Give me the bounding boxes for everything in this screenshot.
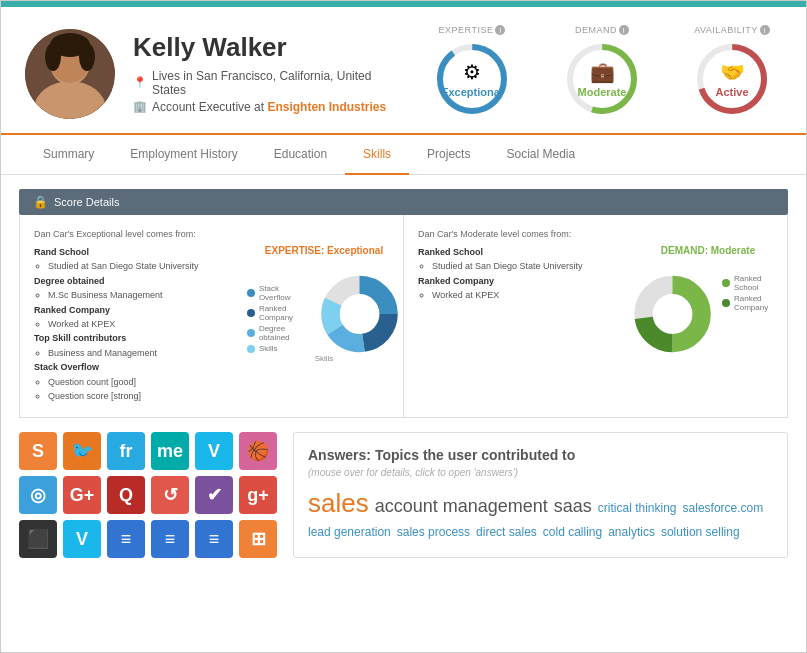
topic-salesforce.com[interactable]: salesforce.com <box>683 501 764 515</box>
score-demand: DEMAND i 💼 Moderate <box>552 25 652 123</box>
social-icon-twitter[interactable]: 🐦 <box>63 432 101 470</box>
tab-education[interactable]: Education <box>256 135 345 175</box>
topic-solution-selling[interactable]: solution selling <box>661 525 740 539</box>
social-grid: S🐦frmeV🏀◎G+Q↺✔g+⬛V≡≡≡⊞ <box>19 432 277 558</box>
score-availability: AVAILABILITY i 🤝 Active <box>682 25 782 123</box>
score-label-demand: DEMAND i <box>552 25 652 35</box>
score-circle-availability: 🤝 Active <box>692 39 772 119</box>
social-icon-delicious[interactable]: ≡ <box>107 520 145 558</box>
social-icon-freelancer[interactable]: fr <box>107 432 145 470</box>
topic-lead-generation[interactable]: lead generation <box>308 525 391 539</box>
legend-label: Ranked Company <box>734 294 785 312</box>
social-icon-google-plus[interactable]: G+ <box>63 476 101 514</box>
expertise-desc: Rand SchoolStudied at San Diego State Un… <box>34 245 249 403</box>
expertise-list: Question count [good]Question score [str… <box>34 375 249 404</box>
demand-legend-item: Ranked Company <box>722 294 785 312</box>
location-text: Lives in San Francisco, California, Unit… <box>152 69 402 97</box>
social-icon-overflow[interactable]: ⊞ <box>239 520 277 558</box>
expertise-donut <box>318 264 401 364</box>
social-icon-google-plus2[interactable]: g+ <box>239 476 277 514</box>
svg-point-6 <box>79 43 95 71</box>
profile-job: 🏢 Account Executive at Ensighten Industr… <box>133 100 402 114</box>
social-icon-delicious3[interactable]: ≡ <box>195 520 233 558</box>
profile-location: 📍 Lives in San Francisco, California, Un… <box>133 69 402 97</box>
expertise-item: Business and Management <box>48 346 249 360</box>
svg-point-18 <box>345 299 375 329</box>
answers-subtitle: (mouse over for details, click to open '… <box>308 467 773 478</box>
social-icon-about-me[interactable]: me <box>151 432 189 470</box>
demand-donut <box>631 264 714 364</box>
page-container: Kelly Walker 📍 Lives in San Francisco, C… <box>0 0 807 653</box>
demand-category: Ranked School <box>418 247 483 257</box>
demand-cols: Ranked SchoolStudied at San Diego State … <box>418 245 773 364</box>
social-icon-vimeo2[interactable]: V <box>63 520 101 558</box>
legend-dot <box>247 345 255 353</box>
scores-section: EXPERTISE i ⚙ Exceptional DEMAND i <box>402 25 782 123</box>
tab-skills[interactable]: Skills <box>345 135 409 175</box>
social-icon-stackoverflow[interactable]: S <box>19 432 57 470</box>
topic-sales[interactable]: sales <box>308 488 369 519</box>
topic-account-management[interactable]: account management <box>375 496 548 517</box>
tab-summary[interactable]: Summary <box>25 135 112 175</box>
answers-title: Answers: Topics the user contributed to <box>308 447 773 463</box>
legend-dot <box>247 329 255 337</box>
expertise-list: Studied at San Diego State University <box>34 259 249 273</box>
svg-point-5 <box>45 43 61 71</box>
profile-info: Kelly Walker 📍 Lives in San Francisco, C… <box>133 32 402 117</box>
social-icon-livejournal[interactable]: ◎ <box>19 476 57 514</box>
nav-tabs: SummaryEmployment HistoryEducationSkills… <box>1 135 806 175</box>
social-icon-vimeo[interactable]: V <box>195 432 233 470</box>
expertise-category: Top Skill contributors <box>34 333 126 343</box>
demand-item: Studied at San Diego State University <box>432 259 633 273</box>
social-icon-viber[interactable]: ✔ <box>195 476 233 514</box>
expertise-legend: Stack OverflowRanked CompanyDegree obtai… <box>247 284 310 353</box>
legend-label: Degree obtained <box>259 324 310 342</box>
svg-point-22 <box>657 299 687 329</box>
info-icon-demand[interactable]: i <box>619 25 629 35</box>
topic-critical-thinking[interactable]: critical thinking <box>598 501 677 515</box>
score-circle-demand: 💼 Moderate <box>562 39 642 119</box>
topic-saas[interactable]: saas <box>554 496 592 517</box>
demand-item: Worked at KPEX <box>432 288 633 302</box>
tab-projects[interactable]: Projects <box>409 135 488 175</box>
info-icon-expertise[interactable]: i <box>495 25 505 35</box>
legend-dot <box>722 299 730 307</box>
score-icon-availability: 🤝 <box>720 60 745 84</box>
score-label-expertise: EXPERTISE i <box>422 25 522 35</box>
info-icon-availability[interactable]: i <box>760 25 770 35</box>
demand-category: Ranked Company <box>418 276 494 286</box>
social-icon-dribbble[interactable]: 🏀 <box>239 432 277 470</box>
profile-name: Kelly Walker <box>133 32 402 63</box>
topic-analytics[interactable]: analytics <box>608 525 655 539</box>
tab-social-media[interactable]: Social Media <box>488 135 593 175</box>
topic-sales-process[interactable]: sales process <box>397 525 470 539</box>
expertise-legend-item: Ranked Company <box>247 304 310 322</box>
legend-label: Ranked Company <box>259 304 310 322</box>
job-title: Account Executive <box>152 100 251 114</box>
expertise-legend-item: Degree obtained <box>247 324 310 342</box>
demand-list: Studied at San Diego State University <box>418 259 633 273</box>
legend-dot <box>722 279 730 287</box>
job-text: Account Executive at Ensighten Industrie… <box>152 100 386 114</box>
score-circle-expertise: ⚙ Exceptional <box>432 39 512 119</box>
expertise-category: Degree obtained <box>34 276 105 286</box>
social-icon-quora[interactable]: Q <box>107 476 145 514</box>
expertise-category: Stack Overflow <box>34 362 99 372</box>
social-icon-github[interactable]: ⬛ <box>19 520 57 558</box>
topics-area: salesaccount managementsaascritical thin… <box>308 488 773 539</box>
score-label-availability: AVAILABILITY i <box>682 25 782 35</box>
score-details-label: Score Details <box>54 196 119 208</box>
expertise-list: M.Sc Business Management <box>34 288 249 302</box>
score-icon-demand: 💼 <box>590 60 615 84</box>
demand-list: Worked at KPEX <box>418 288 633 302</box>
tab-employment-history[interactable]: Employment History <box>112 135 255 175</box>
social-icon-badoo[interactable]: ↺ <box>151 476 189 514</box>
demand-chart-title: DEMAND: Moderate <box>661 245 755 256</box>
topic-direct-sales[interactable]: direct sales <box>476 525 537 539</box>
location-icon: 📍 <box>133 76 147 89</box>
score-content: Dan Car's Exceptional level comes from: … <box>19 215 788 418</box>
topic-cold-calling[interactable]: cold calling <box>543 525 602 539</box>
expertise-chart: EXPERTISE: Exceptional Stack OverflowRan… <box>259 245 389 403</box>
header-section: Kelly Walker 📍 Lives in San Francisco, C… <box>1 7 806 135</box>
social-icon-delicious2[interactable]: ≡ <box>151 520 189 558</box>
